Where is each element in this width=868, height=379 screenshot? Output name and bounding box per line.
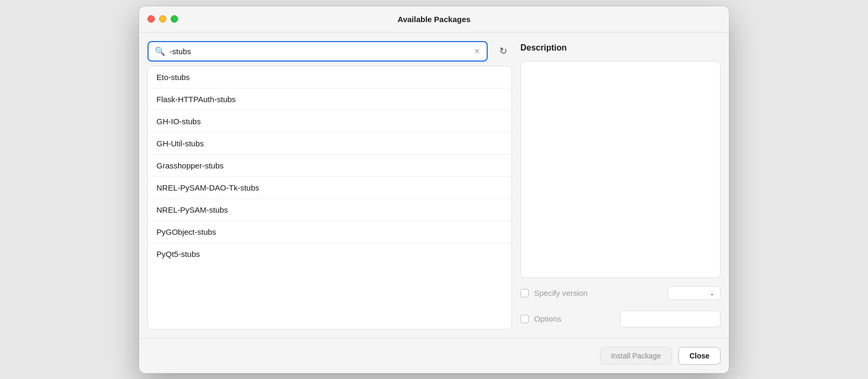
packages-list: Eto-stubs Flask-HTTPAuth-stubs GH-IO-stu… — [147, 66, 512, 330]
traffic-lights — [147, 15, 178, 23]
list-item[interactable]: PyQt5-stubs — [148, 243, 511, 265]
clear-icon[interactable]: ✕ — [474, 47, 480, 55]
install-package-button[interactable]: Install Package — [600, 347, 672, 365]
chevron-down-icon: ⌄ — [709, 290, 715, 297]
specify-version-label: Specify version — [534, 288, 663, 297]
content-area: 🔍 ✕ ↻ Eto-stubs Flask-HTTPAuth-stubs GH-… — [139, 33, 729, 338]
window-title: Available Packages — [398, 15, 471, 24]
options-checkbox[interactable] — [520, 315, 529, 323]
list-item[interactable]: GH-IO-stubs — [148, 111, 511, 133]
list-item[interactable]: GH-Util-stubs — [148, 133, 511, 155]
titlebar: Available Packages — [139, 6, 729, 33]
list-item[interactable]: Eto-stubs — [148, 66, 511, 88]
bottom-bar: Install Package Close — [139, 338, 729, 373]
options-input[interactable] — [620, 311, 721, 327]
description-box — [520, 61, 721, 278]
specify-version-checkbox[interactable] — [520, 289, 529, 297]
right-panel: Description Specify version ⌄ Options — [520, 41, 721, 330]
list-item[interactable]: NREL-PySAM-DAO-Tk-stubs — [148, 177, 511, 199]
close-button[interactable]: Close — [678, 347, 721, 365]
search-icon: 🔍 — [155, 46, 165, 56]
specify-version-row: Specify version ⌄ — [520, 284, 721, 302]
list-item[interactable]: Grasshopper-stubs — [148, 155, 511, 177]
search-row: 🔍 ✕ ↻ — [147, 41, 512, 62]
main-window: Available Packages 🔍 ✕ ↻ Eto-stubs Flask… — [139, 6, 729, 373]
list-item[interactable]: NREL-PySAM-stubs — [148, 199, 511, 221]
list-item[interactable]: PyGObject-stubs — [148, 221, 511, 243]
options-row: Options — [520, 308, 721, 330]
search-box: 🔍 ✕ — [147, 41, 488, 62]
description-heading: Description — [520, 41, 721, 55]
maximize-button[interactable] — [171, 15, 178, 23]
version-dropdown[interactable]: ⌄ — [668, 286, 721, 300]
refresh-button[interactable]: ↻ — [494, 42, 512, 60]
left-panel: 🔍 ✕ ↻ Eto-stubs Flask-HTTPAuth-stubs GH-… — [147, 41, 512, 330]
search-input[interactable] — [170, 47, 470, 56]
minimize-button[interactable] — [159, 15, 166, 23]
list-item[interactable]: Flask-HTTPAuth-stubs — [148, 88, 511, 111]
close-button[interactable] — [147, 15, 155, 23]
options-label: Options — [534, 314, 615, 323]
